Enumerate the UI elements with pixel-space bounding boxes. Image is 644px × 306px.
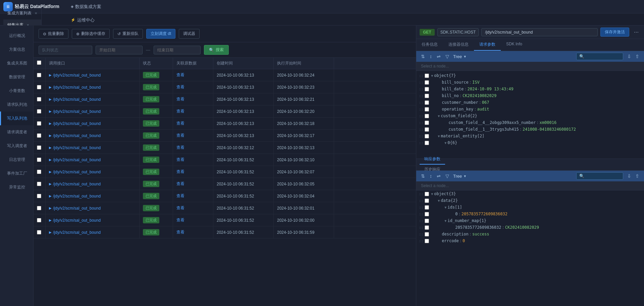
view-link[interactable]: 查看	[176, 229, 184, 235]
start-date-input[interactable]	[96, 46, 143, 54]
tab-集成方案列表[interactable]: 集成方案列表✕	[3, 7, 42, 19]
collapse-icon[interactable]: ↕	[428, 53, 433, 60]
upload-icon[interactable]: ⇧	[634, 53, 641, 60]
tree-arrow[interactable]: ▼	[444, 206, 446, 209]
tree-arrow[interactable]: ▼	[431, 74, 433, 78]
tree-node[interactable]: ::description:success	[416, 231, 644, 237]
right-tab-任务信息[interactable]: 任务信息	[416, 39, 443, 51]
row-api[interactable]: ▶/jdy/v2/scm/sal_out_bound	[46, 190, 140, 202]
row-checkbox[interactable]	[34, 118, 46, 129]
view-link[interactable]: 查看	[176, 108, 184, 114]
row-checkbox[interactable]	[34, 142, 46, 154]
view-link[interactable]: 查看	[176, 84, 184, 90]
schedule-button[interactable]: 立刻调度 dt	[146, 29, 175, 39]
status-filter[interactable]	[39, 46, 92, 54]
tree-arrow[interactable]: ▼	[438, 134, 440, 138]
row-api[interactable]: ▶/jdy/v2/scm/sal_out_bound	[46, 130, 140, 141]
row-api[interactable]: ▶/jdy/v2/scm/sal_out_bound	[46, 81, 140, 93]
tree-node[interactable]: ::bill_no:CK202410082029	[416, 92, 644, 99]
row-checkbox[interactable]	[34, 226, 46, 238]
tree-node-checkbox[interactable]	[425, 114, 429, 118]
tree-node-checkbox[interactable]	[425, 212, 429, 216]
sidebar-item-请求队列池[interactable]: 请求队列池	[0, 98, 33, 112]
tree-node-checkbox[interactable]	[425, 199, 429, 203]
search-button[interactable]: 🔍 搜索	[204, 45, 229, 55]
tree-node-checkbox[interactable]	[425, 205, 429, 210]
tree-node[interactable]: ::▼material_entity [2]	[416, 133, 644, 139]
view-link[interactable]: 查看	[176, 121, 184, 126]
row-checkbox[interactable]	[34, 69, 46, 81]
tree-node-checkbox[interactable]	[425, 94, 429, 98]
row-checkbox[interactable]	[34, 81, 46, 93]
sidebar-item-写入队列池[interactable]: 写入队列池	[0, 112, 33, 125]
sidebar-item-异常监控[interactable]: 异常监控	[0, 180, 33, 194]
tree-node[interactable]: ::▼object {3}	[416, 190, 644, 197]
row-related[interactable]: 查看	[173, 93, 213, 105]
host-display[interactable]: SDK.STATIC.HOST	[437, 28, 479, 36]
tree-node-checkbox[interactable]	[425, 239, 429, 243]
row-related[interactable]: 查看	[173, 69, 213, 81]
tree-node[interactable]: ::▼0 {6}	[416, 139, 644, 146]
tree-node-checkbox[interactable]	[425, 134, 429, 138]
tree-node[interactable]: ::customer_number:067	[416, 99, 644, 106]
right-tab-请求参数[interactable]: 请求参数	[474, 39, 501, 51]
sidebar-item-方案信息[interactable]: 方案信息	[0, 43, 33, 56]
resp-sort-icon[interactable]: ⇌	[435, 173, 442, 179]
select-all-checkbox[interactable]	[37, 60, 41, 65]
row-api[interactable]: ▶/jdy/v2/scm/sal_out_bound	[46, 214, 140, 226]
tree-node[interactable]: ::custom_field__4__2obgp309axx5_number:x…	[416, 119, 644, 126]
row-api[interactable]: ▶/jdy/v2/scm/sal_out_bound	[46, 142, 140, 154]
row-related[interactable]: 查看	[173, 130, 213, 141]
tree-node[interactable]: ::▼ids [1]	[416, 204, 644, 211]
view-link[interactable]: 查看	[176, 157, 184, 163]
right-tab-连接器信息[interactable]: 连接器信息	[443, 39, 474, 51]
row-checkbox[interactable]	[34, 93, 46, 105]
delete-cache-button[interactable]: ⊗ 删除选中缓存	[72, 29, 110, 39]
tree-node[interactable]: ::2057835772609836032:CK202410082029	[416, 224, 644, 231]
resp-download-icon[interactable]: ⇩	[626, 173, 633, 179]
row-related[interactable]: 查看	[173, 105, 213, 117]
row-api[interactable]: ▶/jdy/v2/scm/sal_out_bound	[46, 226, 140, 238]
tree-node-checkbox[interactable]	[425, 107, 429, 112]
tree-node-checkbox[interactable]	[425, 219, 429, 223]
row-related[interactable]: 查看	[173, 190, 213, 202]
row-related[interactable]: 查看	[173, 202, 213, 214]
request-tree-search[interactable]	[576, 53, 623, 60]
filter-icon[interactable]: ▽	[444, 53, 450, 60]
row-checkbox[interactable]	[34, 214, 46, 226]
view-link[interactable]: 查看	[176, 96, 184, 102]
row-api[interactable]: ▶/jdy/v2/scm/sal_out_bound	[46, 69, 140, 81]
tree-node[interactable]: ::▼object {7}	[416, 72, 644, 79]
path-display[interactable]: /jdy/v2/scm/sal_out_bound	[481, 28, 598, 36]
sidebar-item-写入调度者[interactable]: 写入调度者	[0, 139, 33, 153]
tree-node[interactable]: ::bill_source:ISV	[416, 79, 644, 86]
resp-filter-icon[interactable]: ▽	[444, 173, 450, 179]
save-activate-button[interactable]: 保存并激活	[600, 28, 629, 37]
sidebar-item-集成关系图[interactable]: 集成关系图	[0, 56, 33, 70]
row-checkbox[interactable]	[34, 202, 46, 214]
tree-node[interactable]: ::▼id_number_map {1}	[416, 217, 644, 224]
tree-node-checkbox[interactable]	[425, 141, 429, 145]
sidebar-item-请求调度者[interactable]: 请求调度者	[0, 125, 33, 139]
tree-node-checkbox[interactable]	[425, 80, 429, 85]
view-link[interactable]: 查看	[176, 169, 184, 175]
sidebar-item-小青查数[interactable]: 小青查数	[0, 84, 33, 98]
sidebar-item-日志管理[interactable]: 日志管理	[0, 153, 33, 167]
row-checkbox[interactable]	[34, 154, 46, 166]
row-related[interactable]: 查看	[173, 81, 213, 93]
tree-node-checkbox[interactable]	[425, 74, 429, 78]
tree-node-checkbox[interactable]	[425, 127, 429, 132]
download-icon[interactable]: ⇩	[626, 53, 633, 60]
row-related[interactable]: 查看	[173, 154, 213, 166]
row-api[interactable]: ▶/jdy/v2/scm/sal_out_bound	[46, 105, 140, 117]
requeue-button[interactable]: ↺ 重新排队	[113, 29, 143, 39]
tree-node[interactable]: ::▼custom_field {2}	[416, 113, 644, 119]
row-related[interactable]: 查看	[173, 118, 213, 129]
view-link[interactable]: 查看	[176, 145, 184, 150]
tree-node-checkbox[interactable]	[425, 100, 429, 105]
row-api[interactable]: ▶/jdy/v2/scm/sal_out_bound	[46, 93, 140, 105]
row-api[interactable]: ▶/jdy/v2/scm/sal_out_bound	[46, 178, 140, 190]
row-related[interactable]: 查看	[173, 178, 213, 190]
view-link[interactable]: 查看	[176, 193, 184, 199]
tree-node[interactable]: ::▼data {2}	[416, 197, 644, 204]
